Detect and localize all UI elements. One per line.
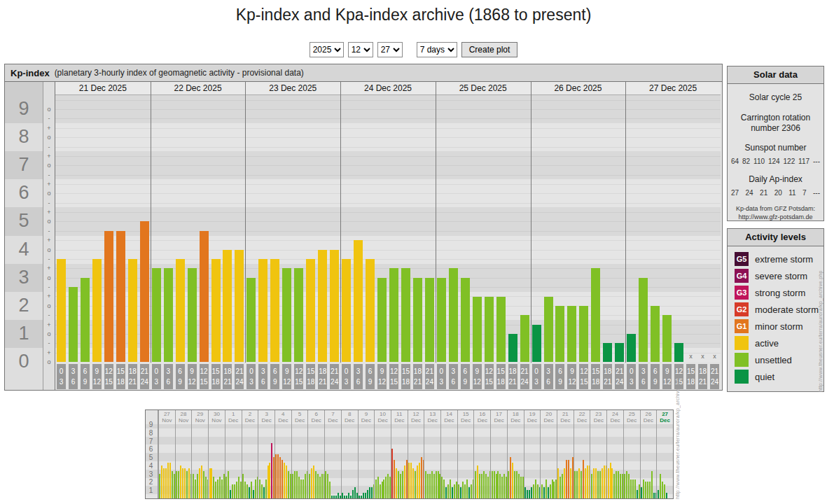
mini-kp-bar (658, 490, 659, 498)
mini-day-column: 5Dec (291, 410, 308, 498)
mini-kp-bar (425, 471, 426, 498)
hour-slot-label: 03 (57, 364, 66, 389)
y-axis-label: 2 (5, 295, 43, 316)
day-divider (625, 82, 626, 363)
mini-day-label: 9Dec (359, 411, 375, 424)
mini-day-column: 10Dec (374, 410, 391, 498)
hour-slot-label: 1821 (603, 364, 612, 389)
ap-value: 21 (760, 189, 767, 197)
mini-kp-bar (653, 493, 655, 498)
hour-slot-label: 36 (258, 364, 267, 389)
sunspot-value: 122 (784, 158, 795, 165)
hour-slot-label: 1215 (294, 364, 303, 389)
kp-bar (318, 250, 327, 362)
mini-kp-bar (167, 463, 169, 498)
month-overview-chart: 987654321 27Nov28Nov29Nov30Nov1Dec2Dec3D… (146, 410, 673, 498)
kp-bar (461, 278, 470, 362)
mini-kp-bar (188, 468, 190, 498)
mini-kp-bar (664, 484, 665, 498)
kp-bar (532, 325, 541, 362)
mini-day-column: 26Dec (640, 410, 657, 498)
mini-day-label: 29Nov (192, 411, 208, 424)
mini-kp-bar (182, 468, 183, 498)
kp-bar (306, 259, 315, 362)
mini-kp-bar (471, 484, 472, 498)
month-select[interactable]: 12 (348, 42, 373, 57)
mini-kp-bar (524, 487, 526, 498)
mini-day-column: 15Dec (457, 410, 474, 498)
kp-bar (437, 278, 446, 362)
kp-bar (425, 278, 434, 362)
mini-day-column: 17Dec (490, 410, 507, 498)
day-divider (436, 82, 436, 363)
mini-kp-bar (595, 468, 597, 498)
mini-kp-bar (215, 482, 216, 498)
legend-label: extreme storm (755, 254, 813, 265)
mini-day-label: 18Dec (508, 411, 524, 424)
mini-kp-bar (217, 479, 218, 498)
mini-day-column: 21Dec (557, 410, 574, 498)
hour-slot-label: 2124 (710, 364, 719, 389)
mini-kp-bar (492, 471, 493, 498)
year-select[interactable]: 2025 (310, 42, 344, 57)
day-divider (245, 82, 246, 363)
mini-kp-bar (599, 471, 601, 498)
day-column: 22 Dec 20250336699121215151818212124 (151, 82, 246, 390)
mini-kp-bar (354, 487, 356, 498)
mini-kp-bar (464, 484, 466, 498)
mini-kp-bar (445, 487, 447, 498)
mini-kp-bar (620, 474, 621, 498)
y-tick-minus: - (43, 256, 55, 262)
kp-bar (57, 259, 66, 362)
mini-kp-bar (576, 471, 578, 498)
hour-slot-label: 69 (366, 364, 375, 389)
y-axis-label: 8 (5, 126, 43, 148)
kp-bar (508, 334, 517, 362)
mini-kp-bar (309, 474, 310, 498)
y-tick-o: o (43, 106, 55, 113)
kp-source-note-link[interactable]: http://www.gfz-potsdam.de (728, 213, 823, 221)
mini-kp-bar (454, 484, 455, 498)
kp-bar (567, 306, 576, 362)
range-select[interactable]: 7 days (417, 42, 457, 57)
mini-kp-bar (503, 474, 505, 498)
mini-day-column: 22Dec (574, 410, 590, 498)
mini-kp-bar (396, 468, 397, 498)
kp-source-note-line1: Kp-data from GFZ Potsdam: (728, 204, 823, 213)
mini-kp-bar (298, 477, 300, 498)
mini-kp-bar (477, 465, 478, 498)
kp-index-chart: 9876543210 o-+o-+o-+o-+o-+o-+o-+o-+o-+o … (5, 82, 721, 390)
day-label: 27 Dec 2025 (625, 82, 721, 95)
kp-bar (92, 259, 102, 362)
mini-kp-bar (255, 479, 256, 498)
mini-kp-bar (313, 465, 314, 498)
mini-kp-bar (441, 477, 443, 498)
y-tick-minus: - (43, 228, 55, 234)
mini-day-column: 23Dec (590, 410, 606, 498)
mini-day-label: 25Dec (624, 411, 640, 424)
mini-kp-bar (363, 493, 364, 498)
mini-day-column: 25Dec (623, 410, 640, 498)
mini-kp-bar (178, 471, 179, 498)
mini-day-label: 16Dec (474, 411, 490, 424)
mini-kp-bar (251, 482, 252, 498)
mini-kp-bar (564, 468, 565, 498)
ap-value: 11 (788, 189, 795, 197)
day-select[interactable]: 27 (377, 42, 403, 57)
kp-bar (223, 250, 232, 362)
mini-kp-bar (510, 457, 511, 498)
create-plot-button[interactable]: Create plot (461, 42, 518, 57)
mini-kp-bar (352, 490, 354, 498)
mini-kp-bar (485, 474, 487, 498)
kp-index-panel-header: Kp-index (planetary 3-hourly index of ge… (5, 64, 722, 82)
mini-day-label: 19Dec (524, 411, 541, 424)
mini-kp-bar (201, 465, 202, 498)
day-column: 24 Dec 20250336699121215151818212124 (340, 82, 436, 390)
legend-label: active (755, 338, 779, 349)
kp-bar (662, 315, 672, 362)
legend-label: moderate storm (755, 304, 819, 315)
hour-slot-label: 1821 (128, 364, 137, 389)
mini-kp-bar (475, 471, 476, 498)
mini-kp-bar (458, 484, 459, 498)
mini-kp-bar (560, 477, 561, 498)
